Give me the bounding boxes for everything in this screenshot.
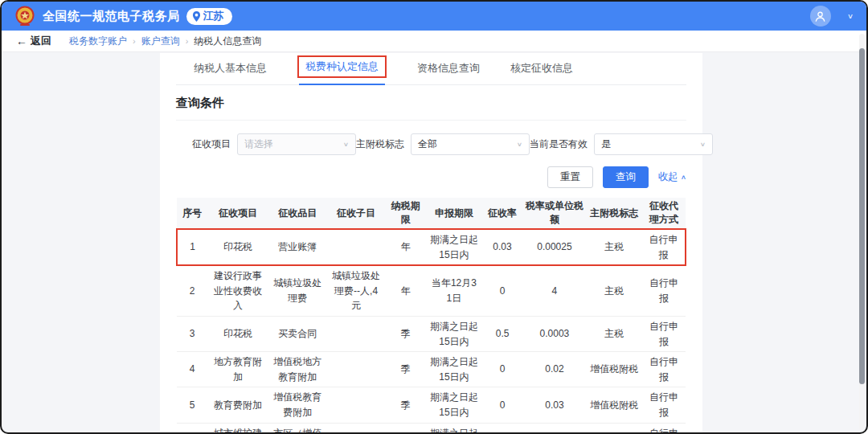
filter-main-additional-tax-flag: 主附税标志 全部 ∨ (356, 133, 530, 155)
action-row: 重置 查询 收起 ∧ (176, 166, 686, 188)
query-button[interactable]: 查询 (603, 166, 649, 188)
tab-tax-type-determination[interactable]: 税费种认定信息 (296, 51, 388, 84)
table-cell: 城市维护建设税 (207, 423, 268, 434)
table-row[interactable]: 3印花税买卖合同季期满之日起15日内0.50.0003主税自行申报 (177, 316, 686, 351)
column-header: 主附税标志 (586, 198, 642, 229)
reset-button[interactable]: 重置 (547, 166, 593, 188)
breadcrumb-item-digital-account[interactable]: 税务数字账户 (69, 35, 127, 48)
main-additional-tax-flag-select[interactable]: 全部 ∨ (411, 133, 530, 155)
table-cell: 年 (385, 265, 426, 316)
query-conditions-title: 查询条件 (176, 85, 686, 121)
chevron-down-icon: ∨ (343, 141, 349, 147)
table-cell: 地方教育附加 (207, 352, 268, 387)
table-cell: 城镇垃圾处理费 (268, 265, 327, 316)
filter-label: 当前是否有效 (530, 137, 588, 151)
table-cell: 增值税附税 (586, 387, 642, 423)
table-cell: 期满之日起15日内 (426, 423, 482, 434)
table-cell (327, 423, 386, 434)
breadcrumb-bar: ← 返回 税务数字账户 › 账户查询 › 纳税人信息查询 (2, 31, 866, 52)
select-value: 是 (601, 137, 611, 151)
caret-up-icon: ∧ (681, 174, 686, 181)
back-arrow-icon: ← (16, 35, 27, 47)
tax-bureau-logo-icon (14, 6, 35, 27)
table-cell: 营业账簿 (268, 229, 327, 265)
table-cell: 增值税附税 (586, 423, 642, 434)
column-header: 征收项目 (207, 198, 268, 229)
breadcrumb-item-account-query[interactable]: 账户查询 (141, 35, 180, 48)
column-header: 征收品目 (268, 198, 327, 229)
breadcrumb-separator-icon: › (133, 36, 136, 46)
filter-label: 主附税标志 (356, 137, 404, 151)
table-cell: 季 (385, 387, 426, 423)
table-cell: 印花税 (207, 316, 268, 351)
table-cell: 0.5 (482, 316, 523, 351)
table-body: 1印花税营业账簿年期满之日起15日内0.030.00025主税自行申报2建设行政… (177, 229, 686, 434)
collapse-link[interactable]: 收起 ∧ (658, 170, 686, 184)
location-pin-icon (192, 11, 201, 22)
table-cell: 自行申报 (642, 265, 686, 316)
tab-assessed-collection-info[interactable]: 核定征收信息 (509, 56, 575, 84)
table-cell: 5 (177, 387, 207, 423)
table-cell: 4 (177, 352, 207, 387)
table-row-highlighted[interactable]: 1印花税营业账簿年期满之日起15日内0.030.00025主税自行申报 (177, 229, 686, 265)
column-header: 征收率 (482, 198, 523, 229)
tab-qualification-info-query[interactable]: 资格信息查询 (416, 56, 481, 84)
person-icon (814, 10, 826, 23)
table-cell (327, 316, 386, 351)
user-avatar[interactable] (810, 6, 831, 27)
table-cell: 季 (385, 316, 426, 351)
filter-currently-valid: 当前是否有效 是 ∨ (530, 133, 713, 155)
table-cell: 自行申报 (642, 387, 686, 423)
user-menu-chevron-icon[interactable]: ∨ (847, 12, 854, 20)
table-cell: 建设行政事业性收费收入 (207, 265, 268, 316)
table-row[interactable]: 4地方教育附加增值税地方教育附加季期满之日起15日内00.02增值税附税自行申报 (177, 352, 686, 387)
back-button[interactable]: ← 返回 (16, 34, 51, 48)
filter-label: 征收项目 (192, 137, 231, 151)
table-cell: 0 (482, 352, 523, 387)
table-cell: 0 (482, 265, 523, 316)
table-cell: 教育费附加 (207, 387, 268, 423)
table-cell: 0.07 (522, 423, 586, 434)
table-cell: 市区（增值税附征） (268, 423, 327, 434)
collection-item-select[interactable]: 请选择 ∨ (237, 133, 356, 155)
table-cell: 6 (177, 423, 207, 434)
table-cell: 季 (385, 352, 426, 387)
column-header: 申报期限 (426, 198, 482, 229)
chevron-down-icon: ∨ (700, 141, 706, 147)
table-row[interactable]: 6城市维护建设税市区（增值税附征）季期满之日起15日内00.07增值税附税自行申… (177, 423, 686, 434)
collapse-label: 收起 (658, 170, 678, 184)
table-cell: 自行申报 (642, 316, 686, 351)
table-cell: 期满之日起15日内 (426, 352, 482, 387)
breadcrumb-item-current: 纳税人信息查询 (194, 35, 261, 48)
table-cell: 增值税教育费附加 (268, 387, 327, 423)
table-header: 序号征收项目征收品目征收子目纳税期限申报期限征收率税率或单位税额主附税标志征收代… (177, 198, 686, 229)
table-row[interactable]: 5教育费附加增值税教育费附加季期满之日起15日内00.03增值税附税自行申报 (177, 387, 686, 423)
table-cell: 主税 (586, 265, 642, 316)
select-value: 请选择 (244, 137, 273, 151)
main-area: 纳税人基本信息 税费种认定信息 资格信息查询 核定征收信息 查询条件 征收项目 … (2, 53, 866, 432)
table-cell: 增值税附税 (586, 352, 642, 387)
column-header: 征收代理方式 (642, 198, 686, 229)
table-cell: 主税 (586, 316, 642, 351)
table-cell: 季 (385, 423, 426, 434)
region-badge[interactable]: 江苏 (186, 8, 232, 25)
table-cell: 增值税地方教育附加 (268, 352, 327, 387)
table-cell (327, 352, 386, 387)
currently-valid-select[interactable]: 是 ∨ (594, 133, 713, 155)
table-cell: 0.0003 (522, 316, 586, 351)
table-cell: 0.00025 (522, 229, 586, 265)
table-cell: 年 (385, 229, 426, 265)
table-row[interactable]: 2建设行政事业性收费收入城镇垃圾处理费城镇垃圾处理费--人,4元年当年12月31… (177, 265, 686, 316)
table-cell: 期满之日起15日内 (426, 316, 482, 351)
tab-taxpayer-basic-info[interactable]: 纳税人基本信息 (192, 56, 268, 84)
page-scrollbar[interactable] (859, 34, 865, 431)
back-label: 返回 (31, 34, 51, 48)
select-value: 全部 (418, 137, 437, 151)
table-cell: 0.03 (522, 387, 586, 423)
table-cell: 1 (177, 229, 207, 265)
column-header: 税率或单位税额 (522, 198, 586, 229)
table-cell: 自行申报 (642, 229, 686, 265)
scrollbar-thumb[interactable] (859, 48, 865, 384)
table-cell: 2 (177, 265, 207, 316)
table-cell: 0.02 (522, 352, 586, 387)
